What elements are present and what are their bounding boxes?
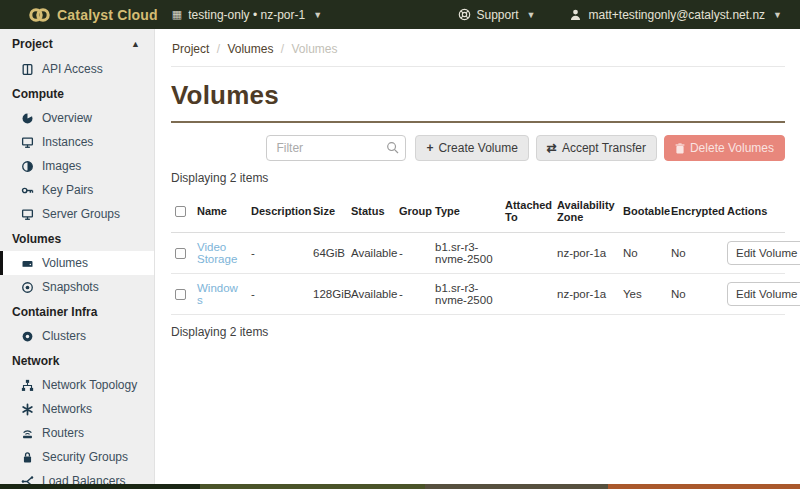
support-label: Support <box>477 8 519 22</box>
bullseye-icon <box>21 330 34 343</box>
sidebar-item-routers[interactable]: Routers <box>0 421 154 445</box>
accept-transfer-button[interactable]: ⇄ Accept Transfer <box>536 135 657 161</box>
sidebar-item-instances[interactable]: Instances <box>0 130 154 154</box>
footer-stripe-segment <box>425 484 608 489</box>
header-description: Description <box>247 195 309 233</box>
pie-chart-icon <box>21 112 34 125</box>
header-size: Size <box>309 195 347 233</box>
transfer-arrows-icon: ⇄ <box>547 141 557 155</box>
title-rule <box>171 121 785 123</box>
sidebar-item-networks[interactable]: Networks <box>0 397 154 421</box>
breadcrumb-separator: / <box>277 42 288 56</box>
sidebar-item-network-topology[interactable]: Network Topology <box>0 373 154 397</box>
sidebar-item-server-groups[interactable]: Server Groups <box>0 202 154 226</box>
volume-type-cell: b1.sr-r3-nvme-2500 <box>431 274 501 315</box>
user-email: matt+testingonly@catalyst.net.nz <box>588 8 765 22</box>
create-volume-label: Create Volume <box>438 141 517 155</box>
header-availability-zone: Availability Zone <box>553 195 619 233</box>
api-access-icon <box>21 63 34 76</box>
sidebar-item-label: Clusters <box>42 329 86 343</box>
sidebar-item-label: Load Balancers <box>42 474 125 484</box>
chevron-up-icon: ▲ <box>129 39 140 49</box>
network-asterisk-icon <box>21 403 34 416</box>
sidebar-item-clusters[interactable]: Clusters <box>0 324 154 348</box>
catalyst-cloud-logo-icon <box>28 7 50 23</box>
sidebar-item-volumes[interactable]: Volumes <box>0 251 154 275</box>
header-bootable: Bootable <box>619 195 667 233</box>
project-region-picker[interactable]: ▦ testing-only • nz-por-1 ▼ <box>172 8 322 22</box>
volume-attached-cell <box>501 274 553 315</box>
page-title: Volumes <box>171 80 785 111</box>
brand-home-link[interactable]: Catalyst Cloud <box>0 7 172 23</box>
volumes-table: Name Description Size Status Group Type … <box>171 195 785 315</box>
sidebar-item-label: Network Topology <box>42 378 137 392</box>
sidebar-item-label: Networks <box>42 402 92 416</box>
support-menu[interactable]: Support ▼ <box>458 8 536 22</box>
volume-actions-cell: Edit Volume ▼ <box>723 233 785 274</box>
edit-volume-button[interactable]: Edit Volume <box>727 241 800 265</box>
user-menu[interactable]: matt+testingonly@catalyst.net.nz ▼ <box>569 8 782 22</box>
footer-stripe-segment <box>200 484 425 489</box>
breadcrumb-project[interactable]: Project <box>172 42 209 56</box>
life-ring-icon <box>458 8 471 21</box>
create-volume-button[interactable]: + Create Volume <box>415 135 528 161</box>
sidebar-item-key-pairs[interactable]: Key Pairs <box>0 178 154 202</box>
key-icon <box>21 184 34 197</box>
brand-name: Catalyst Cloud <box>57 7 158 23</box>
sidebar: Project ▲ API Access Compute Overview In… <box>0 29 155 484</box>
sidebar-section-network[interactable]: Network <box>0 348 154 373</box>
chevron-down-icon: ▼ <box>771 10 782 20</box>
sidebar-item-label: Volumes <box>42 256 88 270</box>
sidebar-section-compute[interactable]: Compute <box>0 81 154 106</box>
desktop-icon <box>21 136 34 149</box>
items-count-top: Displaying 2 items <box>171 171 785 185</box>
breadcrumb-separator: / <box>213 42 224 56</box>
row-checkbox[interactable] <box>175 289 186 300</box>
sidebar-item-label: Images <box>42 159 81 173</box>
delete-volumes-button[interactable]: Delete Volumes <box>664 135 785 161</box>
volume-type-cell: b1.sr-r3-nvme-2500 <box>431 233 501 274</box>
sidebar-panel-project[interactable]: Project ▲ <box>0 29 154 57</box>
breadcrumb-volumes-group[interactable]: Volumes <box>227 42 273 56</box>
footer-stripe-segment <box>608 484 800 489</box>
select-all-checkbox[interactable] <box>175 206 186 217</box>
sidebar-item-snapshots[interactable]: Snapshots <box>0 275 154 299</box>
sidebar-section-container-infra[interactable]: Container Infra <box>0 299 154 324</box>
volume-encrypted-cell: No <box>667 233 723 274</box>
table-header-row: Name Description Size Status Group Type … <box>171 195 785 233</box>
sidebar-item-overview[interactable]: Overview <box>0 106 154 130</box>
volume-group-cell: - <box>395 233 431 274</box>
volume-name-cell: Windows <box>193 274 247 315</box>
footer-brand-stripe <box>0 484 800 489</box>
volume-bootable-cell: No <box>619 233 667 274</box>
footer-stripe-segment <box>0 484 200 489</box>
volume-bootable-cell: Yes <box>619 274 667 315</box>
search-icon[interactable] <box>386 141 400 155</box>
sidebar-item-label: Instances <box>42 135 93 149</box>
volume-name-link[interactable]: Video Storage <box>197 241 237 265</box>
filter-input[interactable] <box>266 135 406 161</box>
sidebar-item-label: Snapshots <box>42 280 99 294</box>
sidebar-item-load-balancers[interactable]: Load Balancers <box>0 469 154 484</box>
sidebar-item-security-groups[interactable]: Security Groups <box>0 445 154 469</box>
plus-icon: + <box>426 141 433 155</box>
half-circle-icon <box>21 160 34 173</box>
breadcrumb-current: Volumes <box>291 42 337 56</box>
edit-volume-button[interactable]: Edit Volume <box>727 282 800 306</box>
volume-size-cell: 128GiB <box>309 274 347 315</box>
items-count-bottom: Displaying 2 items <box>171 325 785 339</box>
router-icon <box>21 427 34 440</box>
hdd-icon <box>21 257 34 270</box>
chevron-down-icon: ▼ <box>525 10 536 20</box>
sidebar-item-api-access[interactable]: API Access <box>0 57 154 81</box>
sidebar-item-images[interactable]: Images <box>0 154 154 178</box>
sidebar-section-volumes[interactable]: Volumes <box>0 226 154 251</box>
volume-name-link[interactable]: Windows <box>197 282 238 306</box>
sidebar-item-label: Overview <box>42 111 92 125</box>
row-checkbox[interactable] <box>175 248 186 259</box>
project-region-label: testing-only • nz-por-1 <box>188 8 305 22</box>
sidebar-item-label: Key Pairs <box>42 183 93 197</box>
header-group: Group <box>395 195 431 233</box>
volume-group-cell: - <box>395 274 431 315</box>
sidebar-panel-label: Project <box>12 37 53 51</box>
